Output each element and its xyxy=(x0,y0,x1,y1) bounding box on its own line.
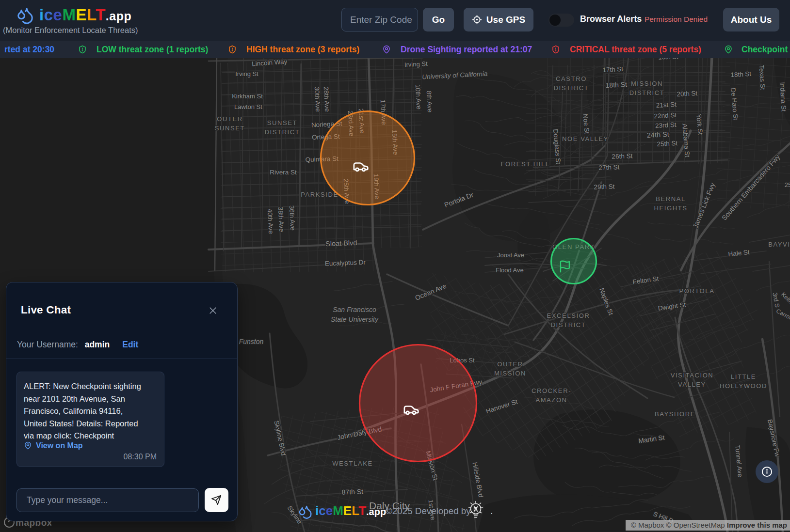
svg-text:25: 25 xyxy=(785,181,790,188)
svg-text:SUNSET: SUNSET xyxy=(215,125,245,132)
svg-text:Texas St: Texas St xyxy=(758,65,767,91)
svg-text:87th St: 87th St xyxy=(341,487,363,496)
svg-text:18th St: 18th St xyxy=(730,70,752,78)
svg-text:SUNSET: SUNSET xyxy=(267,119,297,126)
svg-text:BAYVIE: BAYVIE xyxy=(768,241,790,248)
svg-text:PORTOLA: PORTOLA xyxy=(679,287,715,295)
svg-text:.: . xyxy=(490,505,493,516)
svg-text:Funston: Funston xyxy=(239,338,264,345)
svg-text:10th Ave: 10th Ave xyxy=(414,84,423,110)
svg-text:22nd St: 22nd St xyxy=(654,111,677,120)
svg-text:FOREST HILL: FOREST HILL xyxy=(500,160,549,168)
svg-text:25th St: 25th St xyxy=(657,140,678,148)
svg-text:CROCKER-: CROCKER- xyxy=(532,387,571,394)
svg-text:29th St: 29th St xyxy=(594,183,615,190)
svg-text:DISTRICT: DISTRICT xyxy=(551,321,586,329)
svg-text:BERNAL: BERNAL xyxy=(656,195,686,203)
svg-text:36th Ave: 36th Ave xyxy=(288,205,297,231)
svg-text:20th St: 20th St xyxy=(677,90,698,98)
svg-text:Flood Ave: Flood Ave xyxy=(496,266,524,274)
svg-text:HOLLYWOOD: HOLLYWOOD xyxy=(720,382,767,390)
svg-text:OUTER: OUTER xyxy=(497,360,523,368)
svg-text:State University: State University xyxy=(331,315,379,323)
svg-text:iceMELT.app: iceMELT.app xyxy=(315,503,386,518)
svg-text:DISTRICT: DISTRICT xyxy=(554,84,589,92)
svg-text:VALLEY: VALLEY xyxy=(678,381,706,388)
svg-text:Rivera St: Rivera St xyxy=(270,169,297,176)
svg-text:EXCELSIOR: EXCELSIOR xyxy=(547,312,590,319)
svg-text:NOE VALLEY: NOE VALLEY xyxy=(562,135,609,142)
svg-text:Indiana St: Indiana St xyxy=(778,82,787,112)
svg-text:Eucalyptus Dr: Eucalyptus Dr xyxy=(325,259,366,267)
svg-text:LITTLE: LITTLE xyxy=(731,373,756,380)
svg-text:Irving St: Irving St xyxy=(404,60,428,68)
svg-text:©2025 Developed by: ©2025 Developed by xyxy=(386,506,471,516)
svg-text:Irving St: Irving St xyxy=(235,70,258,78)
svg-text:17th St: 17th St xyxy=(602,65,624,74)
svg-text:MISSION: MISSION xyxy=(494,370,526,377)
svg-text:OUTER: OUTER xyxy=(217,115,243,123)
svg-text:BAYSHORE: BAYSHORE xyxy=(655,410,695,418)
svg-text:San Francisco: San Francisco xyxy=(333,306,376,313)
svg-text:MISSION: MISSION xyxy=(631,80,663,87)
svg-text:24th St: 24th St xyxy=(646,130,669,139)
svg-text:26th St: 26th St xyxy=(612,152,633,160)
svg-text:DISTRICT: DISTRICT xyxy=(629,89,665,96)
svg-text:27th St: 27th St xyxy=(598,163,620,171)
svg-text:AMAZON: AMAZON xyxy=(535,396,567,404)
svg-text:VISITACION: VISITACION xyxy=(671,372,714,379)
svg-text:Sloat Blvd: Sloat Blvd xyxy=(325,239,357,248)
svg-text:PARKSIDE: PARKSIDE xyxy=(301,191,339,198)
svg-text:HEIGHTS: HEIGHTS xyxy=(654,204,688,212)
svg-text:40th Ave: 40th Ave xyxy=(266,208,275,234)
svg-text:38th Ave: 38th Ave xyxy=(277,206,286,232)
svg-text:30th Ave: 30th Ave xyxy=(313,86,322,112)
svg-text:18th St: 18th St xyxy=(605,80,627,89)
svg-text:23rd St: 23rd St xyxy=(655,121,677,129)
svg-text:Joost Ave: Joost Ave xyxy=(497,251,524,259)
svg-text:28th Ave: 28th Ave xyxy=(322,86,331,112)
svg-text:8th Ave: 8th Ave xyxy=(425,91,434,113)
svg-text:21st St: 21st St xyxy=(656,101,677,109)
svg-text:Kirkham St: Kirkham St xyxy=(232,93,263,100)
svg-text:DISTRICT: DISTRICT xyxy=(265,128,300,136)
svg-text:WESTLAKE: WESTLAKE xyxy=(332,460,373,467)
svg-text:Lawton St: Lawton St xyxy=(234,103,262,110)
svg-text:CASTRO: CASTRO xyxy=(556,75,587,82)
